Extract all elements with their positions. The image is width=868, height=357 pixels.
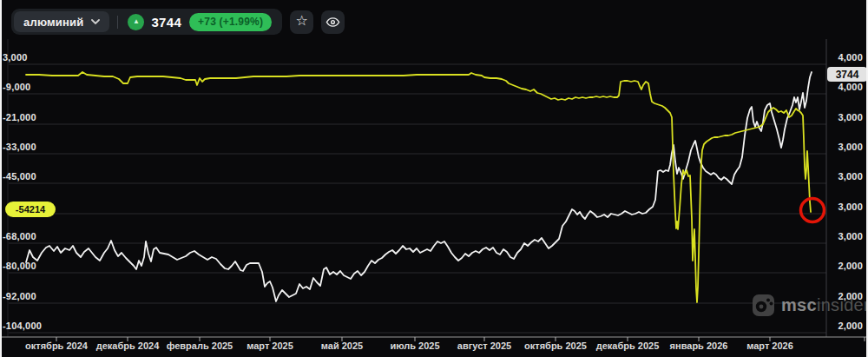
x-axis-label: октябрь 2025 bbox=[524, 340, 587, 351]
white-price-line bbox=[26, 72, 812, 301]
right-axis-label: 4,000 bbox=[838, 52, 863, 63]
x-axis-label: август 2025 bbox=[457, 340, 511, 351]
right-axis-label: 3,000 bbox=[838, 142, 863, 152]
chart-canvas[interactable] bbox=[0, 0, 868, 357]
right-axis-label: 4,000 bbox=[838, 82, 863, 92]
right-axis-label: 3,000 bbox=[838, 171, 863, 182]
right-axis-label: 3,000 bbox=[838, 112, 863, 122]
page-edge-left bbox=[0, 0, 2, 357]
x-axis-label: март 2026 bbox=[746, 340, 793, 351]
mscinsider-logo-icon bbox=[752, 294, 775, 317]
yellow-indicator-line bbox=[26, 72, 811, 302]
left-axis-label: -80,000 bbox=[3, 261, 36, 271]
left-axis-label: -104,000 bbox=[3, 321, 42, 331]
yellow-last-value-flag: -54214 bbox=[5, 202, 56, 217]
left-axis-label: -45,000 bbox=[3, 171, 36, 182]
x-axis-label: декабрь 2024 bbox=[96, 340, 160, 351]
favorite-button[interactable]: ☆ bbox=[290, 10, 313, 34]
star-icon: ☆ bbox=[296, 14, 308, 28]
left-axis-label: -33,000 bbox=[3, 142, 36, 152]
eye-icon bbox=[326, 15, 340, 30]
chevron-down-icon bbox=[91, 19, 100, 24]
red-circle-annotation bbox=[801, 199, 825, 222]
left-axis-label: -68,000 bbox=[3, 231, 36, 241]
price-value: 3744 bbox=[151, 15, 181, 30]
x-axis-label: май 2025 bbox=[321, 340, 363, 351]
white-last-value-flag: 3744 bbox=[827, 67, 867, 82]
left-axis-label: -9,000 bbox=[3, 82, 30, 92]
x-axis-label: июль 2025 bbox=[390, 340, 439, 351]
left-axis-label: -92,000 bbox=[3, 291, 36, 301]
right-axis-label: 2,000 bbox=[838, 291, 863, 301]
trading-chart-widget: 3,0004,000-9,0004,000-21,0003,000-33,000… bbox=[0, 0, 868, 357]
instrument-price-group: алюминий ▲ 3744 +73 (+1.99%) bbox=[11, 9, 282, 35]
right-axis-label: 3,000 bbox=[838, 202, 863, 212]
x-axis-label: декабрь 2025 bbox=[596, 340, 660, 351]
right-axis-label: 2,000 bbox=[838, 321, 863, 331]
toolbar: алюминий ▲ 3744 +73 (+1.99%) ☆ bbox=[11, 9, 345, 35]
price-up-icon: ▲ bbox=[128, 14, 144, 30]
instrument-dropdown[interactable]: алюминий bbox=[14, 11, 109, 32]
price-change-badge: +73 (+1.99%) bbox=[189, 13, 272, 31]
x-axis-label: февраль 2025 bbox=[167, 340, 233, 351]
divider bbox=[117, 16, 118, 29]
x-axis-label: октябрь 2024 bbox=[25, 340, 88, 351]
right-axis-label: 3,000 bbox=[838, 231, 863, 241]
left-axis-label: -21,000 bbox=[3, 112, 36, 122]
x-axis-label: март 2025 bbox=[247, 340, 293, 351]
instrument-label: алюминий bbox=[23, 16, 83, 29]
left-axis-label: 3,000 bbox=[3, 52, 28, 63]
right-axis-label: 2,000 bbox=[838, 261, 863, 271]
watch-button[interactable] bbox=[321, 10, 345, 34]
x-axis-label: январь 2026 bbox=[670, 340, 728, 351]
